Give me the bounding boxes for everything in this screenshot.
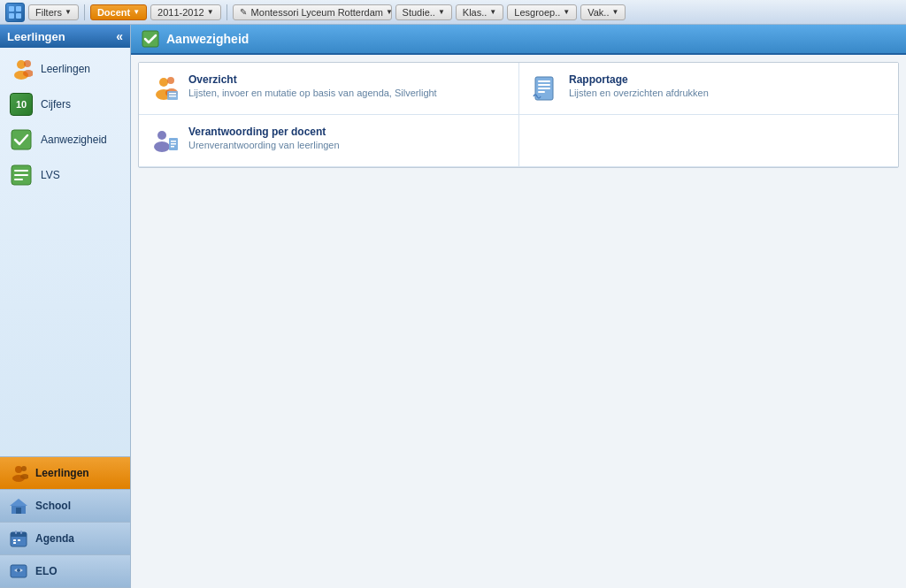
year-button[interactable]: 2011-2012 ▼ bbox=[150, 4, 221, 20]
sidebar-item-aanwezigheid[interactable]: Aanwezigheid bbox=[0, 122, 130, 157]
svg-rect-26 bbox=[15, 531, 17, 534]
svg-rect-27 bbox=[20, 531, 22, 534]
svg-rect-42 bbox=[538, 91, 545, 93]
content-area: Aanwezigheid bbox=[131, 25, 906, 588]
leerlingen-icon-box bbox=[9, 57, 34, 81]
svg-rect-12 bbox=[14, 179, 23, 180]
separator-1 bbox=[84, 4, 85, 20]
svg-rect-47 bbox=[171, 143, 176, 145]
lesgroep-button[interactable]: Lesgroep.. ▼ bbox=[507, 4, 577, 20]
content-header: Aanwezigheid bbox=[131, 25, 906, 55]
verantwoording-card-text: Verantwoording per docent Urenverantwoor… bbox=[188, 126, 340, 150]
svg-rect-1 bbox=[16, 6, 21, 11]
overzicht-card-text: Overzicht Lijsten, invoer en mutatie op … bbox=[188, 73, 437, 98]
content-header-title: Aanwezigheid bbox=[166, 32, 249, 46]
lvs-icon-box bbox=[9, 163, 34, 187]
bottom-school-icon bbox=[9, 496, 28, 515]
svg-rect-2 bbox=[9, 13, 14, 19]
bottom-nav-elo[interactable]: ELO bbox=[0, 555, 130, 588]
aanwezigheid-icon-box bbox=[9, 127, 34, 152]
content-body: Overzicht Lijsten, invoer en mutatie op … bbox=[131, 55, 906, 588]
svg-rect-25 bbox=[13, 542, 16, 544]
app-logo bbox=[5, 3, 25, 22]
school-arrow-icon: ▼ bbox=[386, 8, 392, 16]
school-dropdown-button[interactable]: ✎ Montessori Lyceum Rotterdam ▼ bbox=[233, 4, 392, 20]
vak-button[interactable]: Vak.. ▼ bbox=[580, 4, 626, 20]
svg-rect-23 bbox=[13, 539, 16, 541]
svg-rect-10 bbox=[14, 170, 28, 172]
bottom-leerlingen-icon bbox=[9, 463, 28, 483]
card-verantwoording[interactable]: Verantwoording per docent Urenverantwoor… bbox=[139, 115, 518, 167]
separator-2 bbox=[226, 4, 227, 20]
svg-point-13 bbox=[15, 466, 22, 473]
lvs-icon bbox=[10, 164, 33, 187]
rapportage-card-title: Rapportage bbox=[569, 73, 709, 86]
svg-point-6 bbox=[24, 60, 31, 67]
svg-rect-19 bbox=[16, 508, 21, 514]
rapportage-card-text: Rapportage Lijsten en overzichten afdruk… bbox=[569, 73, 709, 98]
studie-arrow-icon: ▼ bbox=[438, 8, 445, 16]
svg-rect-3 bbox=[16, 13, 21, 19]
sidebar-aanwezigheid-label: Aanwezigheid bbox=[41, 134, 107, 146]
card-rapportage[interactable]: Rapportage Lijsten en overzichten afdruk… bbox=[518, 63, 898, 115]
sidebar-bottom-nav: Leerlingen School bbox=[0, 456, 130, 588]
year-arrow-icon: ▼ bbox=[207, 8, 214, 16]
svg-rect-41 bbox=[538, 88, 550, 89]
svg-rect-46 bbox=[171, 141, 176, 142]
sidebar-item-leerlingen[interactable]: Leerlingen bbox=[0, 51, 130, 87]
sidebar-lvs-label: LVS bbox=[41, 169, 60, 181]
svg-rect-24 bbox=[18, 539, 20, 541]
svg-rect-36 bbox=[169, 93, 176, 95]
sidebar-title: Leerlingen bbox=[7, 30, 65, 43]
filters-arrow-icon: ▼ bbox=[65, 8, 72, 16]
docent-button[interactable]: Docent ▼ bbox=[90, 4, 147, 20]
bottom-nav-agenda[interactable]: Agenda bbox=[0, 523, 130, 555]
filters-button[interactable]: Filters ▼ bbox=[28, 4, 79, 20]
svg-rect-48 bbox=[171, 146, 174, 148]
sidebar-header: Leerlingen « bbox=[0, 25, 130, 48]
svg-rect-39 bbox=[538, 80, 550, 82]
sidebar-cijfers-label: Cijfers bbox=[41, 98, 71, 111]
bottom-elo-icon bbox=[9, 561, 28, 581]
overzicht-card-title: Overzicht bbox=[188, 73, 437, 86]
main-layout: Leerlingen « Leerlingen 10 bbox=[0, 25, 906, 588]
school-pencil-icon: ✎ bbox=[240, 7, 247, 17]
sidebar-item-lvs[interactable]: LVS bbox=[0, 157, 130, 193]
bottom-nav-school[interactable]: School bbox=[0, 490, 130, 523]
sidebar-nav: Leerlingen 10 Cijfers Aanwezigheid bbox=[0, 48, 130, 456]
bottom-elo-label: ELO bbox=[35, 565, 58, 577]
verantwoording-card-desc: Urenverantwoording van leerlingen bbox=[188, 140, 340, 150]
rapportage-card-desc: Lijsten en overzichten afdrukken bbox=[569, 88, 709, 98]
bottom-school-label: School bbox=[35, 500, 71, 512]
klas-button[interactable]: Klas.. ▼ bbox=[456, 4, 503, 20]
bottom-agenda-icon bbox=[9, 529, 28, 548]
aanwezigheid-header-icon bbox=[142, 30, 159, 48]
overzicht-card-icon bbox=[151, 75, 180, 103]
cards-grid: Overzicht Lijsten, invoer en mutatie op … bbox=[138, 62, 899, 168]
docent-arrow-icon: ▼ bbox=[133, 8, 140, 16]
sidebar-item-cijfers[interactable]: 10 Cijfers bbox=[0, 87, 130, 122]
svg-point-29 bbox=[17, 569, 20, 572]
svg-rect-40 bbox=[538, 84, 550, 86]
studie-button[interactable]: Studie.. ▼ bbox=[395, 4, 452, 20]
lesgroep-arrow-icon: ▼ bbox=[563, 8, 570, 16]
svg-point-43 bbox=[157, 131, 166, 140]
bottom-nav-leerlingen[interactable]: Leerlingen bbox=[0, 457, 130, 490]
sidebar-collapse-icon[interactable]: « bbox=[116, 29, 123, 43]
card-overzicht[interactable]: Overzicht Lijsten, invoer en mutatie op … bbox=[139, 63, 518, 115]
cijfers-icon: 10 bbox=[10, 93, 33, 116]
top-toolbar: Filters ▼ Docent ▼ 2011-2012 ▼ ✎ Montess… bbox=[0, 0, 906, 25]
svg-rect-0 bbox=[9, 6, 14, 11]
cijfers-icon-box: 10 bbox=[9, 92, 34, 117]
svg-rect-22 bbox=[11, 535, 27, 537]
sidebar-leerlingen-label: Leerlingen bbox=[41, 63, 90, 75]
vak-arrow-icon: ▼ bbox=[611, 8, 618, 16]
rapportage-card-icon bbox=[532, 75, 560, 103]
bottom-agenda-label: Agenda bbox=[35, 532, 74, 545]
svg-marker-18 bbox=[10, 499, 27, 506]
svg-point-44 bbox=[154, 141, 170, 152]
verantwoording-card-title: Verantwoording per docent bbox=[188, 126, 340, 138]
svg-point-31 bbox=[159, 78, 168, 87]
leerlingen-icon bbox=[10, 57, 33, 80]
verantwoording-card-icon bbox=[151, 127, 180, 156]
